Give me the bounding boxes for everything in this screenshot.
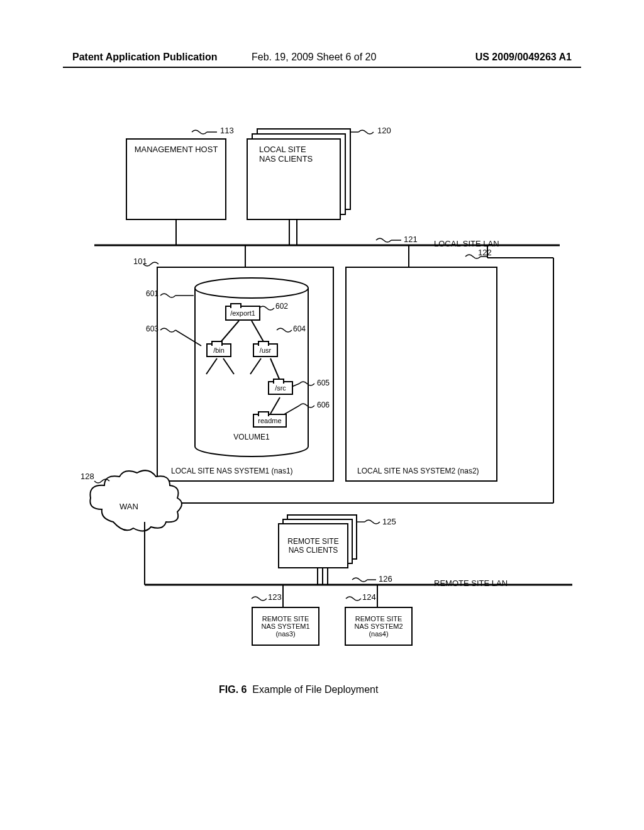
ref-128: 128 xyxy=(80,472,94,481)
ref-122: 122 xyxy=(478,248,492,257)
local-nas1-label: LOCAL SITE NAS SYSTEM1 (nas1) xyxy=(171,467,293,475)
ref-123: 123 xyxy=(268,592,282,602)
volume1-label: VOLUME1 xyxy=(233,433,270,441)
ref-121: 121 xyxy=(404,235,418,244)
ref-126: 126 xyxy=(379,574,392,584)
figure-number: FIG. 6 xyxy=(219,684,247,695)
management-host-box: MANAGEMENT HOST xyxy=(126,138,226,220)
remote-nas3-l1: REMOTE SITE xyxy=(262,615,309,622)
ref-124: 124 xyxy=(362,592,376,602)
local-clients-l1: LOCAL SITE xyxy=(259,145,306,154)
svg-line-21 xyxy=(270,358,280,380)
remote-nas4-l3: (nas4) xyxy=(369,630,388,638)
ref-602: 602 xyxy=(275,302,288,311)
ref-120: 120 xyxy=(377,126,391,135)
figure-caption: FIG. 6 Example of File Deployment xyxy=(219,684,378,695)
header-pubnum: US 2009/0049263 A1 xyxy=(475,52,572,63)
svg-line-35 xyxy=(175,330,201,346)
folder-export1-label: /export1 xyxy=(230,309,255,317)
folder-src: /src xyxy=(268,381,293,395)
svg-line-22 xyxy=(270,397,280,414)
figure-diagram: MANAGEMENT HOST LOCAL SITE NAS CLIENTS 1… xyxy=(63,119,581,704)
folder-usr-label: /usr xyxy=(260,346,271,354)
folder-bin: /bin xyxy=(206,343,231,357)
ref-606: 606 xyxy=(317,401,330,409)
folder-bin-label: /bin xyxy=(213,346,225,354)
ref-101: 101 xyxy=(133,257,147,266)
header-rule xyxy=(63,67,581,68)
folder-export1: /export1 xyxy=(225,306,260,321)
ref-125: 125 xyxy=(382,517,396,526)
file-readme-label: readme xyxy=(258,417,281,424)
ref-113: 113 xyxy=(220,126,234,135)
remote-lan-label: REMOTE SITE LAN xyxy=(434,578,508,588)
ref-605: 605 xyxy=(317,379,330,387)
management-host-label: MANAGEMENT HOST xyxy=(135,145,218,154)
remote-nas3-l3: (nas3) xyxy=(275,630,295,638)
local-nas2-label: LOCAL SITE NAS SYSTEM2 (nas2) xyxy=(357,467,479,475)
remote-nas4-l2: NAS SYSTEM2 xyxy=(354,622,402,630)
svg-line-19 xyxy=(223,358,234,374)
local-clients-box: LOCAL SITE NAS CLIENTS xyxy=(247,138,341,220)
remote-nas4-box: REMOTE SITE NAS SYSTEM2 (nas4) xyxy=(345,607,413,646)
svg-line-16 xyxy=(220,321,239,343)
wan-label: WAN xyxy=(119,502,138,511)
remote-clients-l1: REMOTE SITE xyxy=(287,537,338,546)
remote-nas3-box: REMOTE SITE NAS SYSTEM1 (nas3) xyxy=(252,607,319,646)
svg-line-20 xyxy=(250,358,261,374)
header-publication: Patent Application Publication xyxy=(72,52,218,63)
local-lan-label: LOCAL SITE LAN xyxy=(434,239,499,248)
ref-601: 601 xyxy=(146,289,158,298)
local-clients-l2: NAS CLIENTS xyxy=(259,154,313,163)
svg-rect-12 xyxy=(346,267,497,481)
folder-src-label: /src xyxy=(275,384,286,392)
svg-line-17 xyxy=(252,321,264,343)
remote-clients-l2: NAS CLIENTS xyxy=(289,546,338,555)
remote-nas3-l2: NAS SYSTEM1 xyxy=(261,622,309,630)
figure-caption-text: Example of File Deployment xyxy=(252,684,378,695)
ref-603: 603 xyxy=(146,324,158,333)
header-date-sheet: Feb. 19, 2009 Sheet 6 of 20 xyxy=(252,52,376,63)
remote-nas4-l1: REMOTE SITE xyxy=(355,615,402,622)
file-readme: readme xyxy=(253,414,287,428)
svg-line-18 xyxy=(206,358,217,374)
svg-point-13 xyxy=(195,278,308,298)
ref-604: 604 xyxy=(293,324,306,333)
folder-usr: /usr xyxy=(253,343,278,357)
remote-clients-box: REMOTE SITE NAS CLIENTS xyxy=(278,523,348,568)
